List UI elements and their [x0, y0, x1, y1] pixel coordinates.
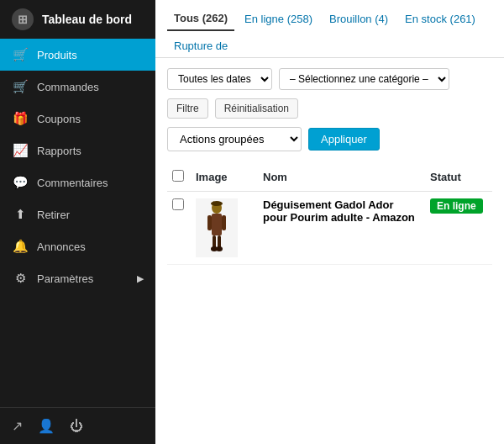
sidebar-header-label: Tableau de bord [42, 13, 132, 26]
row-checkbox-cell [167, 192, 191, 265]
parametres-arrow-icon: ▶ [137, 273, 144, 284]
tab-brouillon[interactable]: Brouillon (4) [323, 8, 395, 30]
sidebar: ⊞ Tableau de bord 🛒 Produits 🛒 Commandes… [0, 0, 155, 444]
tab-bar: Tous (262) En ligne (258) Brouillon (4) … [155, 0, 504, 58]
sidebar-item-rapports[interactable]: 📈 Rapports [0, 135, 155, 166]
svg-point-1 [211, 201, 223, 206]
svg-rect-2 [212, 214, 222, 235]
sidebar-item-commandes[interactable]: 🛒 Commandes [0, 71, 155, 103]
header-checkbox-col [167, 163, 191, 192]
sidebar-item-parametres-label: Paramètres [37, 272, 93, 285]
row-checkbox[interactable] [172, 198, 184, 210]
sidebar-bottom: ↗ 👤 ⏻ [0, 407, 155, 444]
sidebar-item-retirer[interactable]: ⬆ Retirer [0, 198, 155, 230]
product-image [196, 198, 238, 257]
status-badge: En ligne [430, 198, 483, 214]
produits-icon: 🛒 [12, 47, 29, 62]
svg-rect-4 [222, 215, 226, 230]
bulk-action-select[interactable]: Actions groupées [167, 127, 302, 151]
product-table: Image Nom Statut [167, 163, 492, 265]
row-status-cell: En ligne [425, 192, 492, 265]
svg-point-8 [216, 246, 223, 251]
row-image-cell [191, 192, 258, 265]
user-icon[interactable]: 👤 [38, 418, 55, 434]
coupons-icon: 🎁 [12, 111, 29, 126]
retirer-icon: ⬆ [12, 207, 29, 222]
table-header-row: Image Nom Statut [167, 163, 492, 192]
commentaires-icon: 💬 [12, 175, 29, 190]
table-row: Déguisement Gadol Ador pour Pourim adult… [167, 192, 492, 265]
sidebar-item-produits[interactable]: 🛒 Produits [0, 39, 155, 71]
header-statut-col: Statut [425, 163, 492, 192]
select-all-checkbox[interactable] [172, 170, 184, 182]
sidebar-header[interactable]: ⊞ Tableau de bord [0, 0, 155, 39]
rapports-icon: 📈 [12, 143, 29, 158]
sidebar-item-coupons-label: Coupons [37, 113, 81, 125]
svg-rect-3 [207, 215, 212, 230]
category-filter-select[interactable]: – Sélectionnez une catégorie – [279, 68, 449, 90]
external-link-icon[interactable]: ↗ [12, 418, 23, 434]
sidebar-item-commentaires-label: Commentaires [37, 177, 108, 189]
commandes-icon: 🛒 [12, 79, 29, 94]
sidebar-item-rapports-label: Rapports [37, 145, 81, 157]
apply-button[interactable]: Appliquer [308, 128, 380, 151]
sidebar-item-commentaires[interactable]: 💬 Commentaires [0, 166, 155, 198]
product-figure-svg [205, 201, 228, 255]
main-content: Tous (262) En ligne (258) Brouillon (4) … [155, 0, 504, 444]
sidebar-item-retirer-label: Retirer [37, 209, 70, 221]
filter-button[interactable]: Filtre [167, 98, 208, 119]
dashboard-icon: ⊞ [12, 8, 34, 30]
sidebar-item-produits-label: Produits [37, 49, 77, 61]
product-name: Déguisement Gadol Ador pour Pourim adult… [263, 198, 415, 224]
filter-row: Toutes les dates – Sélectionnez une caté… [167, 68, 492, 90]
annonces-icon: 🔔 [12, 239, 29, 254]
parametres-icon: ⚙ [12, 271, 29, 286]
sidebar-item-annonces[interactable]: 🔔 Annonces [0, 230, 155, 262]
tab-tous[interactable]: Tous (262) [167, 7, 234, 31]
sidebar-item-commandes-label: Commandes [37, 81, 99, 93]
header-image-col: Image [191, 163, 258, 192]
power-icon[interactable]: ⏻ [70, 419, 83, 434]
reset-button[interactable]: Réinitialisation [215, 98, 298, 119]
sidebar-item-coupons[interactable]: 🎁 Coupons [0, 103, 155, 135]
filter-buttons-row: Filtre Réinitialisation [167, 98, 492, 119]
date-filter-select[interactable]: Toutes les dates [167, 68, 272, 90]
tab-rupture[interactable]: Rupture de [167, 34, 234, 57]
tab-en-stock[interactable]: En stock (261) [398, 8, 482, 30]
tab-en-ligne[interactable]: En ligne (258) [238, 8, 319, 30]
row-name-cell: Déguisement Gadol Ador pour Pourim adult… [258, 192, 425, 265]
sidebar-item-annonces-label: Annonces [37, 240, 86, 253]
sidebar-item-parametres[interactable]: ⚙ Paramètres ▶ [0, 262, 155, 294]
content-area: Toutes les dates – Sélectionnez une caté… [155, 58, 504, 444]
header-nom-col: Nom [258, 163, 425, 192]
action-row: Actions groupées Appliquer [167, 127, 492, 151]
